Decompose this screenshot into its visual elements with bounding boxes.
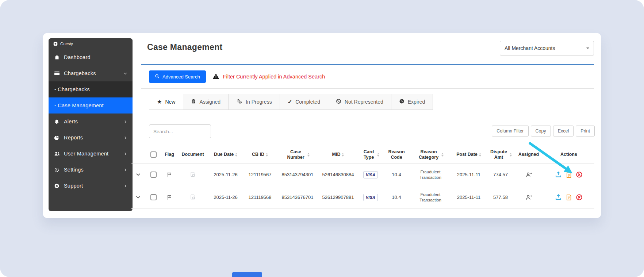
sidebar-item-label: - Chargebacks [54, 86, 127, 92]
reason-category-cell: Fraudulent Transaction [410, 163, 451, 186]
row-checkbox[interactable] [150, 194, 157, 200]
gear-icon [54, 167, 60, 173]
sidebar-item-label: Reports [64, 135, 119, 141]
col-due-date[interactable]: Due Date [209, 146, 242, 163]
expand-row-chevron-icon[interactable] [135, 195, 141, 200]
col-card-type[interactable]: Card Type [359, 146, 383, 163]
sidebar-item-label: Dashboard [64, 54, 127, 60]
users-icon [54, 151, 60, 157]
excel-button[interactable]: Excel [553, 126, 574, 136]
star-icon: ★ [157, 99, 162, 105]
tab-expired[interactable]: Expired [391, 94, 433, 110]
reason-code-cell: 10.4 [383, 186, 410, 208]
circle-x-icon [54, 183, 60, 189]
document-preview-icon[interactable] [190, 172, 196, 178]
partial-bottom-element [232, 272, 262, 277]
tab-in-progress[interactable]: In Progress [228, 94, 280, 110]
upload-document-icon[interactable] [555, 194, 562, 201]
assign-user-icon[interactable] [525, 172, 532, 178]
case-number-cell: 853143676701 [277, 186, 318, 208]
tab-label: Assigned [199, 99, 221, 105]
sort-icon [307, 153, 310, 157]
bell-icon [54, 119, 60, 124]
column-filter-button[interactable]: Column Filter [492, 126, 528, 136]
sort-icon [377, 153, 379, 157]
tab-new[interactable]: ★ New [149, 94, 183, 110]
sidebar-item-chargebacks-sub[interactable]: - Chargebacks [49, 81, 133, 97]
col-cb-id[interactable]: CB ID [242, 146, 277, 163]
sidebar-item-label: Alerts [64, 119, 119, 124]
tab-not-represented[interactable]: Not Represented [328, 94, 391, 110]
sidebar-item-case-management[interactable]: - Case Management [49, 97, 133, 114]
case-number-cell: 853143794301 [277, 163, 318, 186]
col-dispute-amt[interactable]: Dispute Amt [487, 146, 514, 163]
tab-label: New [165, 99, 175, 105]
col-reason-category[interactable]: Reason Category [410, 146, 451, 163]
remove-case-icon[interactable] [576, 171, 583, 178]
post-date-cell: 2025-11-11 [451, 186, 487, 208]
card-type-badge: VISA [363, 171, 378, 178]
header-divider [141, 64, 594, 65]
due-date-cell: 2025-11-26 [209, 163, 242, 186]
edit-note-icon[interactable] [566, 194, 572, 201]
app-window: Guesty Dashboard Chargebacks - Chargebac… [43, 33, 601, 218]
expand-row-chevron-icon[interactable] [135, 172, 141, 177]
col-select [145, 146, 162, 163]
sidebar-item-alerts[interactable]: Alerts [49, 114, 133, 130]
col-mid[interactable]: MID [318, 146, 359, 163]
check-icon: ✓ [288, 99, 292, 105]
sidebar-item-user-management[interactable]: User Management [49, 146, 133, 162]
post-date-cell: 2025-11-11 [451, 163, 487, 186]
table-header: Flag Document Due Date CB ID Case Number… [131, 146, 594, 163]
col-post-date[interactable]: Post Date [451, 146, 487, 163]
filter-warning-text: Filter Currently Applied in Advanced Sea… [223, 74, 325, 80]
select-all-checkbox[interactable] [150, 151, 157, 158]
upload-document-icon[interactable] [555, 171, 562, 178]
edit-note-icon[interactable] [566, 172, 572, 178]
search-input[interactable] [149, 124, 211, 138]
col-actions: Actions [543, 146, 594, 163]
advanced-search-button[interactable]: Advanced Search [149, 70, 206, 83]
flag-icon[interactable] [166, 172, 172, 178]
gears-icon [236, 99, 242, 105]
flag-icon[interactable] [166, 195, 172, 200]
card-type-badge: VISA [363, 194, 378, 201]
row-checkbox[interactable] [150, 172, 157, 178]
filter-warning: Filter Currently Applied in Advanced Sea… [212, 73, 325, 81]
sidebar-item-label: Chargebacks [64, 70, 119, 76]
due-date-cell: 2025-11-26 [209, 186, 242, 208]
advanced-search-label: Advanced Search [162, 74, 200, 80]
search-icon [155, 74, 160, 80]
cases-table: Flag Document Due Date CB ID Case Number… [131, 146, 594, 209]
tab-label: In Progress [246, 99, 272, 105]
document-preview-icon[interactable] [190, 194, 196, 200]
sidebar-item-chargebacks[interactable]: Chargebacks [49, 65, 133, 81]
copy-button[interactable]: Copy [531, 126, 551, 136]
status-tabs: ★ New Assigned In Progress ✓ Completed N… [149, 94, 433, 110]
dispute-amt-cell: 577.58 [487, 186, 514, 208]
brand: Guesty [49, 38, 133, 49]
tab-completed[interactable]: ✓ Completed [280, 94, 328, 110]
tab-label: Expired [408, 99, 425, 105]
tab-label: Completed [295, 99, 320, 105]
warning-icon [212, 73, 219, 81]
col-case-number[interactable]: Case Number [277, 146, 318, 163]
credit-card-icon [54, 70, 60, 76]
sidebar-item-dashboard[interactable]: Dashboard [49, 49, 133, 65]
chevron-right-icon [123, 152, 127, 156]
print-button[interactable]: Print [576, 126, 595, 136]
col-reason-code: Reason Code [383, 146, 410, 163]
chevron-right-icon [123, 136, 127, 140]
sort-icon [235, 153, 237, 157]
assign-user-icon[interactable] [525, 194, 532, 201]
remove-case-icon[interactable] [576, 194, 583, 201]
mid-cell: 526146830884 [318, 163, 359, 186]
chevron-right-icon [123, 120, 127, 124]
merchant-accounts-dropdown[interactable]: All Merchant Accounts [500, 41, 594, 55]
sidebar-item-reports[interactable]: Reports [49, 130, 133, 146]
sidebar-item-label: Settings [64, 167, 119, 173]
ban-icon [336, 99, 341, 105]
tab-assigned[interactable]: Assigned [183, 94, 229, 110]
sidebar-item-support[interactable]: Support [49, 178, 133, 194]
sidebar-item-settings[interactable]: Settings [49, 162, 133, 178]
